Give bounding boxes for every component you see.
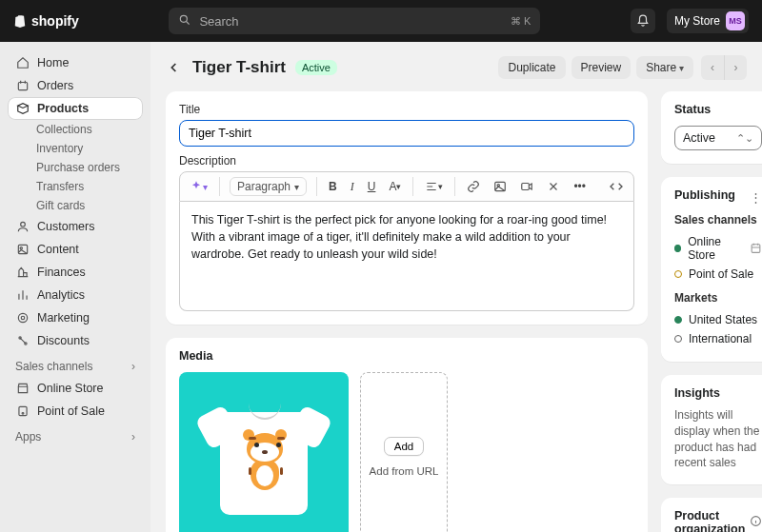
add-media-button[interactable]: Add — [384, 437, 424, 456]
svg-point-8 — [22, 412, 24, 414]
sidebar-item-content[interactable]: Content — [8, 238, 143, 261]
sidebar-item-label: Content — [37, 243, 79, 256]
info-icon[interactable] — [750, 515, 762, 530]
clear-format-button[interactable] — [545, 179, 562, 194]
sidebar-item-orders[interactable]: Orders — [8, 74, 143, 97]
online-store-icon — [15, 382, 30, 395]
sidebar-item-online-store[interactable]: Online Store — [8, 377, 143, 400]
sidebar-section-label: Apps — [15, 430, 41, 443]
prev-button[interactable]: ‹ — [701, 55, 724, 80]
sidebar-sub-gift-cards[interactable]: Gift cards — [8, 196, 143, 215]
preview-button[interactable]: Preview — [572, 56, 632, 79]
market-intl: International — [674, 329, 762, 348]
editor-toolbar: ▾ Paragraph ▾ B I U A▾ ▾ — [179, 171, 634, 202]
publishing-label: Publishing — [674, 188, 735, 202]
channel-name: Online Store — [688, 235, 743, 262]
sidebar-item-analytics[interactable]: Analytics — [8, 284, 143, 306]
sidebar-item-pos[interactable]: Point of Sale — [8, 400, 143, 423]
sidebar-item-label: Customers — [37, 220, 94, 233]
market-name: International — [689, 332, 752, 345]
pos-icon — [15, 404, 30, 418]
media-upload-dropzone[interactable]: Add Add from URL — [360, 372, 448, 532]
sidebar-sub-transfers[interactable]: Transfers — [8, 177, 143, 196]
bold-button[interactable]: B — [327, 179, 339, 194]
video-button[interactable] — [518, 179, 535, 194]
sidebar-item-customers[interactable]: Customers — [8, 215, 143, 238]
text-style-select[interactable]: Paragraph ▾ — [230, 177, 307, 196]
link-button[interactable] — [465, 179, 482, 194]
title-input[interactable] — [179, 120, 634, 147]
search-placeholder: Search — [199, 14, 503, 29]
sidebar-item-products[interactable]: Products — [8, 97, 143, 120]
insights-label: Insights — [674, 386, 762, 400]
sidebar-item-label: Marketing — [37, 311, 90, 325]
orders-icon — [15, 79, 30, 92]
brand-logo: shopify — [13, 13, 79, 29]
status-badge: Active — [295, 60, 337, 75]
sidebar-sub-collections[interactable]: Collections — [8, 120, 143, 139]
sidebar-sub-purchase-orders[interactable]: Purchase orders — [8, 158, 143, 177]
image-button[interactable] — [491, 179, 509, 194]
chevron-right-icon: › — [131, 360, 135, 373]
svg-point-0 — [181, 15, 188, 22]
align-button[interactable]: ▾ — [423, 179, 445, 194]
duplicate-button[interactable]: Duplicate — [498, 56, 565, 79]
select-caret-icon: ⌃⌄ — [736, 132, 753, 145]
more-button[interactable]: ••• — [572, 179, 588, 194]
svg-point-4 — [20, 247, 22, 249]
back-button[interactable] — [166, 59, 183, 76]
channel-pos: Point of Sale — [674, 265, 762, 284]
brand-name: shopify — [31, 13, 79, 29]
notifications-button[interactable] — [631, 9, 655, 33]
description-field-label: Description — [179, 154, 634, 167]
search-input[interactable]: Search ⌘ K — [169, 8, 540, 34]
sidebar-item-label: Products — [37, 102, 89, 115]
customers-icon — [15, 220, 30, 233]
status-dot-warning-icon — [674, 270, 682, 278]
store-switcher[interactable]: My Store MS — [667, 9, 749, 33]
underline-button[interactable]: U — [366, 179, 378, 194]
sidebar-item-marketing[interactable]: Marketing — [8, 306, 143, 329]
svg-point-5 — [21, 316, 25, 320]
description-editor[interactable]: This Tiger T-shirt is the perfect pick f… — [179, 202, 634, 311]
marketing-icon — [15, 311, 30, 325]
finances-icon — [15, 266, 30, 279]
status-value: Active — [683, 131, 715, 145]
schedule-button[interactable] — [750, 242, 762, 256]
next-button[interactable]: › — [724, 55, 747, 80]
content-icon — [15, 243, 30, 256]
sales-channels-label: Sales channels — [674, 213, 762, 227]
search-icon — [178, 13, 191, 30]
sidebar-item-discounts[interactable]: Discounts — [8, 329, 143, 352]
text-color-button[interactable]: A▾ — [387, 179, 403, 194]
svg-point-2 — [20, 222, 25, 227]
media-label: Media — [179, 349, 634, 363]
status-dot-active-icon — [674, 316, 682, 324]
sidebar-item-label: Finances — [37, 266, 86, 279]
publishing-menu-button[interactable]: ⋮ — [750, 190, 762, 205]
sidebar-item-finances[interactable]: Finances — [8, 261, 143, 284]
market-us: United States — [674, 310, 762, 329]
media-thumbnail[interactable] — [179, 372, 349, 532]
markets-label: Markets — [674, 291, 762, 305]
sidebar-section-apps[interactable]: Apps › — [8, 423, 143, 447]
sidebar-item-home[interactable]: Home — [8, 51, 143, 74]
svg-rect-12 — [752, 244, 760, 252]
market-name: United States — [689, 313, 757, 326]
status-select[interactable]: Active ⌃⌄ — [674, 126, 762, 150]
add-from-url-link[interactable]: Add from URL — [370, 465, 439, 477]
svg-point-6 — [18, 313, 27, 322]
text-style-value: Paragraph — [237, 180, 291, 193]
sidebar-section-sales-channels[interactable]: Sales channels › — [8, 352, 143, 377]
svg-rect-1 — [18, 83, 27, 90]
italic-button[interactable]: I — [349, 179, 356, 195]
html-view-button[interactable] — [607, 178, 626, 195]
products-icon — [15, 102, 30, 115]
channel-name: Point of Sale — [689, 267, 753, 281]
sidebar-item-label: Point of Sale — [37, 404, 105, 418]
sidebar-sub-inventory[interactable]: Inventory — [8, 139, 143, 158]
search-shortcut: ⌘ K — [511, 15, 531, 28]
store-name: My Store — [674, 14, 720, 28]
ai-assist-button[interactable]: ▾ — [188, 179, 210, 194]
share-button[interactable]: Share — [636, 56, 693, 79]
